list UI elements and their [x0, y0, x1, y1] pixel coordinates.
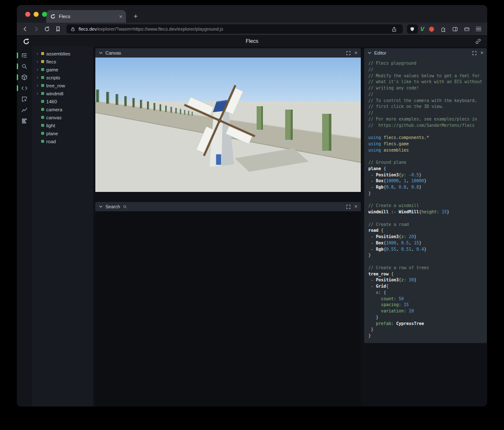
editor-column: Editor × // Flecs playground//// Modify …	[364, 47, 487, 406]
tab-strip: Flecs × +	[17, 5, 487, 23]
share-icon[interactable]	[390, 25, 399, 33]
code-line: // what it's like to work with an ECS wi…	[368, 79, 483, 85]
tree-item[interactable]: ›assemblies	[32, 50, 93, 58]
collapse-chevron-icon[interactable]	[368, 51, 372, 55]
new-tab-button[interactable]: +	[131, 10, 140, 23]
collapse-chevron-icon[interactable]	[99, 205, 103, 209]
code-line	[368, 153, 483, 160]
close-window-button[interactable]	[25, 12, 30, 17]
rail-stats-chart-icon[interactable]	[17, 105, 32, 115]
tree-item-label: scripts	[46, 75, 60, 80]
code-line	[368, 259, 483, 265]
tree-item[interactable]: light	[32, 121, 93, 129]
tree-item[interactable]: ›game	[32, 66, 93, 73]
code-line	[368, 128, 483, 135]
wallet-icon[interactable]	[462, 25, 471, 33]
rail-search-icon[interactable]	[17, 61, 32, 72]
tree-item[interactable]: ›scripts	[32, 73, 93, 81]
menu-icon[interactable]	[474, 25, 483, 33]
code-line: - Box{1000, 0.5, 15}	[368, 240, 483, 246]
code-line: // To control the camera with the keyboa…	[368, 98, 483, 104]
zoom-window-button[interactable]	[42, 12, 47, 17]
entity-color-square	[41, 140, 44, 143]
code-line: //	[368, 110, 483, 116]
editor-panel-header: Editor ×	[364, 48, 487, 58]
code-line: // https://github.com/SanderMertens/flec…	[368, 123, 483, 129]
tree-expand-chevron-icon[interactable]: ›	[36, 67, 39, 72]
minimize-window-button[interactable]	[34, 12, 39, 17]
rail-code-editor-icon[interactable]	[17, 83, 32, 94]
app-title: Flecs	[17, 38, 487, 44]
url-bar[interactable]: flecs.dev/explorer/?wasm=https://www.fle…	[66, 24, 403, 34]
tree-item[interactable]: 1460	[32, 97, 93, 105]
entity-color-square	[41, 84, 44, 87]
traffic-lights	[25, 12, 47, 17]
collapse-chevron-icon[interactable]	[99, 51, 103, 55]
bookmark-icon[interactable]	[54, 25, 62, 33]
tree-expand-chevron-icon[interactable]: ›	[36, 75, 39, 80]
tree-item-label: tree_row	[46, 83, 65, 88]
reload-button[interactable]	[43, 25, 51, 33]
browser-tab[interactable]: Flecs ×	[46, 10, 126, 23]
rail-inspector-icon[interactable]	[17, 94, 32, 105]
code-line: x: {	[368, 290, 483, 296]
brave-shield-icon[interactable]	[407, 24, 418, 34]
code-line: - Box{10000, 1, 10000}	[368, 178, 483, 184]
tree-expand-chevron-icon[interactable]: ›	[36, 91, 39, 96]
close-icon[interactable]: ×	[480, 50, 483, 56]
icon-rail	[17, 47, 32, 406]
code-line: plane {	[368, 166, 483, 172]
tree-expand-chevron-icon[interactable]: ›	[36, 83, 39, 88]
tree-item[interactable]: ›flecs	[32, 58, 93, 66]
extension-v-icon[interactable]: V	[420, 26, 424, 32]
tree-item-label: light	[46, 123, 55, 128]
search-panel-header: Search ×	[95, 202, 361, 211]
tree-item[interactable]: ›tree_row	[32, 81, 93, 89]
url-text: flecs.dev/explorer/?wasm=https://www.fle…	[79, 26, 387, 31]
editor-panel-title: Editor	[374, 50, 386, 55]
rail-canvas-cube-icon[interactable]	[17, 72, 32, 83]
code-line: // Create a road	[368, 222, 483, 228]
canvas-3d-viewport[interactable]	[95, 58, 361, 192]
rail-entity-tree-icon[interactable]	[17, 50, 32, 61]
expand-icon[interactable]	[346, 205, 351, 209]
sidebar-toggle-icon[interactable]	[450, 25, 459, 33]
entity-color-square	[41, 76, 44, 79]
tree-item[interactable]: ›windmill	[32, 89, 93, 97]
entity-color-square	[41, 92, 44, 95]
entity-color-square	[41, 124, 44, 127]
url-domain: flecs.dev	[79, 26, 97, 31]
code-line: }	[368, 327, 483, 333]
code-line: variation: 10	[368, 308, 483, 315]
code-line: // Modify the values below to get a feel…	[368, 73, 483, 79]
tab-close-icon[interactable]: ×	[119, 14, 122, 19]
canvas-3d-scene	[95, 58, 361, 192]
expand-icon[interactable]	[472, 51, 477, 55]
code-line: // Create a row of trees	[368, 265, 483, 271]
code-editor[interactable]: // Flecs playground//// Modify the value…	[364, 58, 487, 343]
extensions-puzzle-icon[interactable]	[438, 25, 448, 33]
code-line: road {	[368, 228, 483, 234]
tree-item[interactable]: canvas	[32, 113, 93, 121]
tree-expand-chevron-icon[interactable]: ›	[36, 51, 39, 56]
code-line: }	[368, 333, 483, 339]
search-panel: Search ×	[95, 202, 361, 406]
expand-icon[interactable]	[346, 51, 351, 55]
tree-expand-chevron-icon[interactable]: ›	[36, 59, 39, 64]
tree-item[interactable]: road	[32, 137, 93, 145]
close-icon[interactable]: ×	[354, 50, 357, 56]
share-link-icon[interactable]	[475, 38, 481, 45]
entity-color-square	[41, 100, 44, 103]
browser-toolbar: flecs.dev/explorer/?wasm=https://www.fle…	[17, 23, 487, 35]
back-button[interactable]	[21, 25, 29, 33]
tree-item[interactable]: camera	[32, 105, 93, 113]
browser-window: Flecs × + flecs.dev/explorer/?wasm=https…	[17, 5, 487, 406]
forward-button[interactable]	[32, 25, 40, 33]
lock-icon	[70, 26, 76, 32]
tree-item[interactable]: plane	[32, 129, 93, 137]
rail-queries-list-icon[interactable]	[17, 115, 32, 126]
code-line: // first click on the 3D view.	[368, 104, 483, 110]
extension-red-icon[interactable]	[427, 25, 436, 33]
close-icon[interactable]: ×	[354, 204, 357, 210]
tree-item-label: assemblies	[46, 51, 71, 56]
